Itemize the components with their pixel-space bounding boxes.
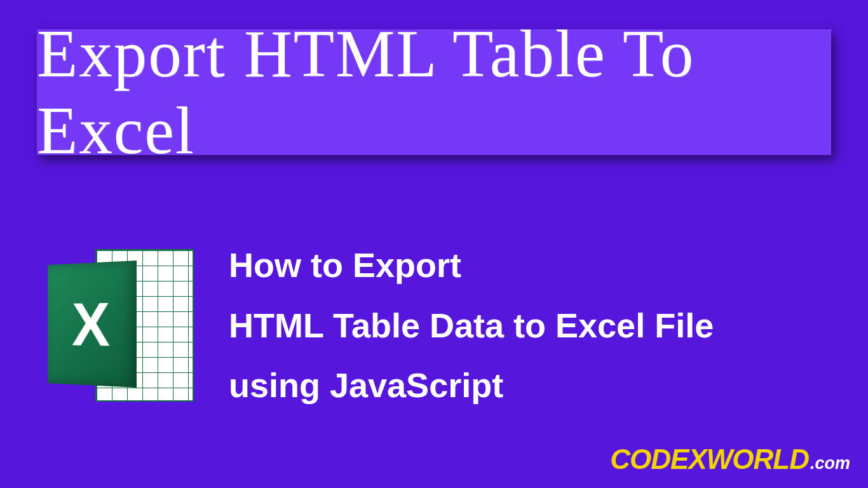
excel-letter: X [72,288,110,360]
banner-title: Export HTML Table To Excel [37,15,831,169]
brand-logo: CODEXWORLD .com [610,444,850,475]
excel-icon: X [38,243,197,408]
subtitle-line-1: How to Export [229,235,714,295]
content-row: X How to Export HTML Table Data to Excel… [38,235,714,416]
title-banner: Export HTML Table To Excel [37,29,831,155]
brand-extension: .com [810,454,850,473]
subtitle-line-3: using JavaScript [229,355,714,416]
subtitle-line-2: HTML Table Data to Excel File [229,295,714,356]
brand-name: CODEXWORLD [610,444,809,475]
excel-book-front: X [48,261,137,388]
subtitle-block: How to Export HTML Table Data to Excel F… [229,235,714,416]
